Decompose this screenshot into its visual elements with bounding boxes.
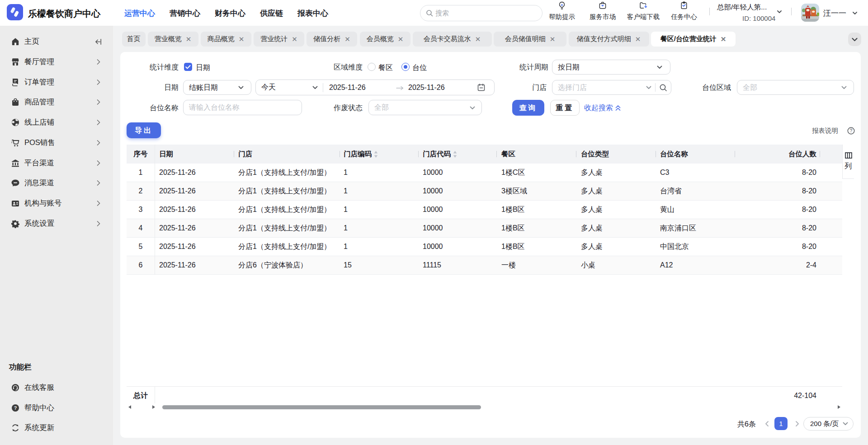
- svg-text:?: ?: [14, 405, 17, 411]
- svg-text:?: ?: [850, 128, 853, 133]
